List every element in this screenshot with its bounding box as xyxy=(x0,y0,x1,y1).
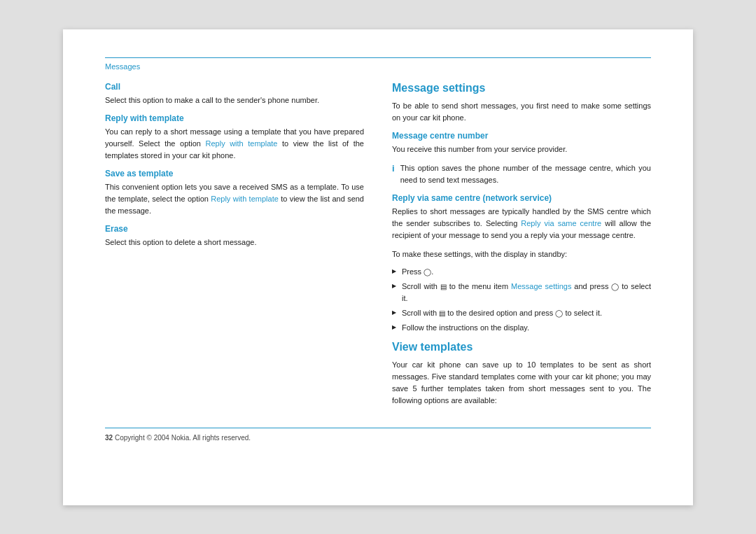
scroll-icon-2: ▤ xyxy=(439,308,445,319)
section-body-erase: Select this option to delete a short mes… xyxy=(105,237,364,248)
bullet-1: Press ◯. xyxy=(392,266,651,278)
standby-bullets: Press ◯. Scroll with ▤ to the menu item … xyxy=(392,266,651,334)
press-icon-2: ◯ xyxy=(611,281,619,293)
section-reply-via-same-centre: Reply via same centre (network service) … xyxy=(392,193,651,241)
left-column: Call Select this option to make a call t… xyxy=(105,82,364,414)
info-note-text: This option saves the phone number of th… xyxy=(400,162,651,186)
section-heading-message-settings: Message settings xyxy=(392,82,651,94)
link-reply-with-template-1[interactable]: Reply with template xyxy=(206,139,278,148)
bullet-3: Scroll with ▤ to the desired option and … xyxy=(392,307,651,319)
section-view-templates: View templates Your car kit phone can sa… xyxy=(392,341,651,407)
press-icon: ◯ xyxy=(424,267,431,278)
link-reply-via-same-centre[interactable]: Reply via same centre xyxy=(521,219,601,227)
link-message-settings[interactable]: Message settings xyxy=(511,282,571,290)
footer: 32 Copyright © 2004 Nokia. All rights re… xyxy=(105,434,651,442)
bullet-2: Scroll with ▤ to the menu item Message s… xyxy=(392,281,651,304)
section-heading-save-as-template: Save as template xyxy=(105,169,364,178)
bottom-rule xyxy=(105,428,651,428)
content-columns: Call Select this option to make a call t… xyxy=(105,82,651,414)
section-standby-instructions: To make these settings, with the display… xyxy=(392,248,651,334)
section-heading-erase: Erase xyxy=(105,224,364,234)
section-heading-reply-with-template: Reply with template xyxy=(105,113,364,123)
info-note: i This option saves the phone number of … xyxy=(392,162,651,186)
section-body-view-templates: Your car kit phone can save up to 10 tem… xyxy=(392,359,651,407)
breadcrumb: Messages xyxy=(105,62,651,71)
standby-intro: To make these settings, with the display… xyxy=(392,248,651,260)
press-icon-3: ◯ xyxy=(555,308,563,319)
section-erase: Erase Select this option to delete a sho… xyxy=(105,224,364,248)
section-heading-message-centre-number: Message centre number xyxy=(392,131,651,141)
section-message-settings: Message settings To be able to send shor… xyxy=(392,82,651,124)
section-call: Call Select this option to make a call t… xyxy=(105,82,364,106)
section-heading-reply-via-same-centre: Reply via same centre (network service) xyxy=(392,193,651,203)
section-body-call: Select this option to make a call to the… xyxy=(105,94,364,106)
page: Messages Call Select this option to make… xyxy=(63,29,693,505)
scroll-icon-1: ▤ xyxy=(440,281,447,293)
top-rule xyxy=(105,57,651,58)
copyright: Copyright © 2004 Nokia. All rights reser… xyxy=(115,434,251,442)
section-body-reply-via-same-centre: Replies to short messages are typically … xyxy=(392,206,651,241)
section-heading-call: Call xyxy=(105,82,364,92)
bullet-4: Follow the instructions on the display. xyxy=(392,322,651,334)
info-icon: i xyxy=(392,163,395,186)
section-heading-view-templates: View templates xyxy=(392,341,651,353)
section-reply-with-template: Reply with template You can reply to a s… xyxy=(105,113,364,162)
section-body-message-settings-intro: To be able to send short messages, you f… xyxy=(392,100,651,124)
section-message-centre-number: Message centre number You receive this n… xyxy=(392,131,651,186)
section-body-reply-with-template: You can reply to a short message using a… xyxy=(105,126,364,162)
section-body-message-centre-number: You receive this number from your servic… xyxy=(392,143,651,155)
section-save-as-template: Save as template This convenient option … xyxy=(105,169,364,217)
section-body-save-as-template: This convenient option lets you save a r… xyxy=(105,181,364,217)
link-reply-with-template-2[interactable]: Reply with template xyxy=(211,195,279,203)
page-number: 32 xyxy=(105,434,113,442)
right-column: Message settings To be able to send shor… xyxy=(392,82,651,414)
